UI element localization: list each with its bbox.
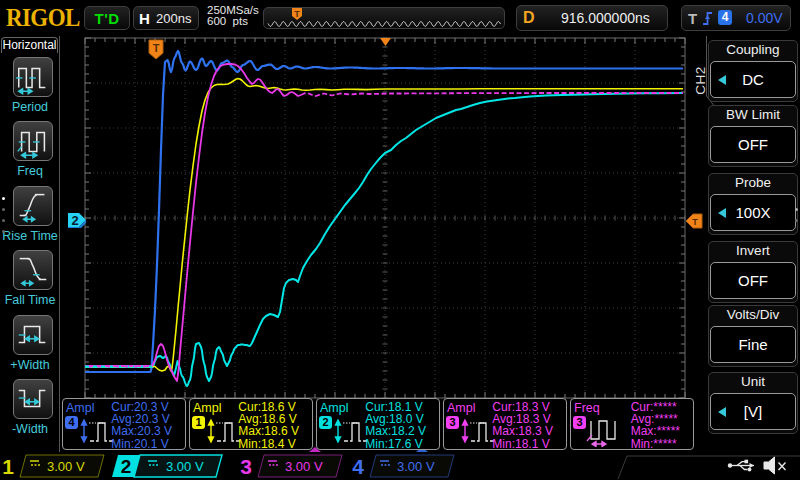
svg-text:3.00 V: 3.00 V <box>47 459 85 474</box>
svg-text:T: T <box>153 42 160 54</box>
svg-text:3.00 V: 3.00 V <box>285 459 323 474</box>
svg-text:2: 2 <box>121 456 132 477</box>
svg-text:3.00 V: 3.00 V <box>166 459 204 474</box>
svg-text:3.00 V: 3.00 V <box>397 459 435 474</box>
svg-text:1: 1 <box>2 455 14 478</box>
svg-text:2: 2 <box>71 213 78 228</box>
svg-text:3: 3 <box>240 455 252 478</box>
svg-text:4: 4 <box>352 455 364 478</box>
svg-text:T: T <box>692 217 698 227</box>
